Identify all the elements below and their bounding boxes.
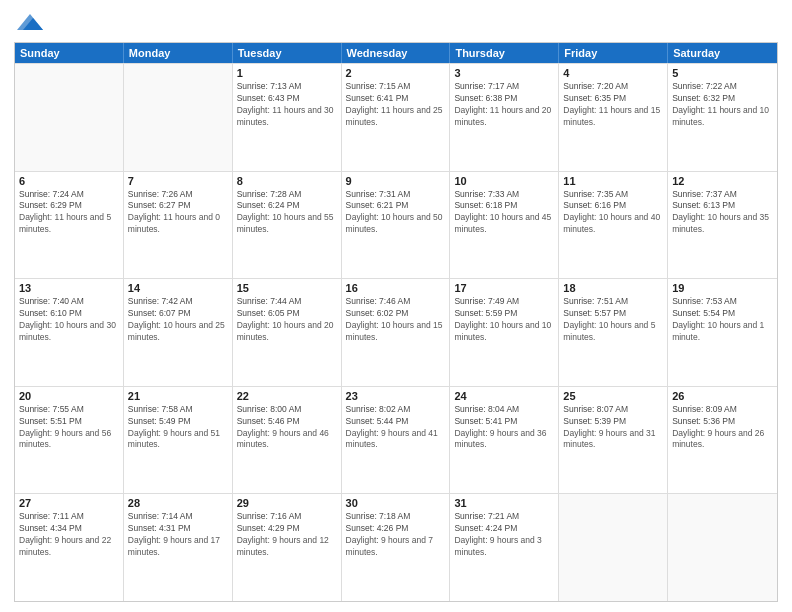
day-cell-4: 4Sunrise: 7:20 AMSunset: 6:35 PMDaylight… [559,64,668,171]
day-info: Sunrise: 7:28 AMSunset: 6:24 PMDaylight:… [237,189,337,237]
day-cell-27: 27Sunrise: 7:11 AMSunset: 4:34 PMDayligh… [15,494,124,601]
daylight-text: Daylight: 9 hours and 46 minutes. [237,428,329,450]
day-info: Sunrise: 7:24 AMSunset: 6:29 PMDaylight:… [19,189,119,237]
daylight-text: Daylight: 9 hours and 41 minutes. [346,428,438,450]
header [14,10,778,36]
weekday-header-saturday: Saturday [668,43,777,63]
sunrise-text: Sunrise: 8:07 AM [563,404,628,414]
day-cell-10: 10Sunrise: 7:33 AMSunset: 6:18 PMDayligh… [450,172,559,279]
day-number: 19 [672,282,773,294]
sunset-text: Sunset: 6:21 PM [346,200,409,210]
day-cell-7: 7Sunrise: 7:26 AMSunset: 6:27 PMDaylight… [124,172,233,279]
daylight-text: Daylight: 11 hours and 30 minutes. [237,105,334,127]
sunrise-text: Sunrise: 7:21 AM [454,511,519,521]
day-number: 30 [346,497,446,509]
logo-icon [17,12,43,32]
daylight-text: Daylight: 10 hours and 20 minutes. [237,320,334,342]
sunrise-text: Sunrise: 7:24 AM [19,189,84,199]
sunset-text: Sunset: 5:36 PM [672,416,735,426]
day-info: Sunrise: 7:13 AMSunset: 6:43 PMDaylight:… [237,81,337,129]
daylight-text: Daylight: 10 hours and 50 minutes. [346,212,443,234]
daylight-text: Daylight: 9 hours and 7 minutes. [346,535,433,557]
daylight-text: Daylight: 9 hours and 36 minutes. [454,428,546,450]
sunset-text: Sunset: 4:24 PM [454,523,517,533]
day-info: Sunrise: 8:04 AMSunset: 5:41 PMDaylight:… [454,404,554,452]
sunrise-text: Sunrise: 7:40 AM [19,296,84,306]
sunset-text: Sunset: 6:05 PM [237,308,300,318]
weekday-header-tuesday: Tuesday [233,43,342,63]
day-number: 28 [128,497,228,509]
day-cell-3: 3Sunrise: 7:17 AMSunset: 6:38 PMDaylight… [450,64,559,171]
sunset-text: Sunset: 5:59 PM [454,308,517,318]
day-info: Sunrise: 7:51 AMSunset: 5:57 PMDaylight:… [563,296,663,344]
day-info: Sunrise: 7:22 AMSunset: 6:32 PMDaylight:… [672,81,773,129]
day-info: Sunrise: 7:37 AMSunset: 6:13 PMDaylight:… [672,189,773,237]
sunset-text: Sunset: 4:31 PM [128,523,191,533]
day-info: Sunrise: 7:53 AMSunset: 5:54 PMDaylight:… [672,296,773,344]
daylight-text: Daylight: 9 hours and 26 minutes. [672,428,764,450]
daylight-text: Daylight: 10 hours and 45 minutes. [454,212,551,234]
page: SundayMondayTuesdayWednesdayThursdayFrid… [0,0,792,612]
sunrise-text: Sunrise: 8:02 AM [346,404,411,414]
day-number: 2 [346,67,446,79]
sunrise-text: Sunrise: 7:31 AM [346,189,411,199]
day-info: Sunrise: 7:42 AMSunset: 6:07 PMDaylight:… [128,296,228,344]
calendar-header: SundayMondayTuesdayWednesdayThursdayFrid… [15,43,777,63]
sunset-text: Sunset: 6:38 PM [454,93,517,103]
sunrise-text: Sunrise: 7:58 AM [128,404,193,414]
day-number: 27 [19,497,119,509]
sunrise-text: Sunrise: 7:53 AM [672,296,737,306]
day-info: Sunrise: 7:17 AMSunset: 6:38 PMDaylight:… [454,81,554,129]
sunrise-text: Sunrise: 7:20 AM [563,81,628,91]
day-number: 10 [454,175,554,187]
weekday-header-monday: Monday [124,43,233,63]
sunrise-text: Sunrise: 7:17 AM [454,81,519,91]
day-cell-2: 2Sunrise: 7:15 AMSunset: 6:41 PMDaylight… [342,64,451,171]
day-info: Sunrise: 7:21 AMSunset: 4:24 PMDaylight:… [454,511,554,559]
sunrise-text: Sunrise: 8:09 AM [672,404,737,414]
day-cell-17: 17Sunrise: 7:49 AMSunset: 5:59 PMDayligh… [450,279,559,386]
sunset-text: Sunset: 6:24 PM [237,200,300,210]
day-number: 12 [672,175,773,187]
daylight-text: Daylight: 10 hours and 15 minutes. [346,320,443,342]
daylight-text: Daylight: 9 hours and 3 minutes. [454,535,541,557]
day-number: 31 [454,497,554,509]
sunrise-text: Sunrise: 8:00 AM [237,404,302,414]
sunset-text: Sunset: 5:51 PM [19,416,82,426]
daylight-text: Daylight: 10 hours and 25 minutes. [128,320,225,342]
sunset-text: Sunset: 6:35 PM [563,93,626,103]
day-info: Sunrise: 7:35 AMSunset: 6:16 PMDaylight:… [563,189,663,237]
day-info: Sunrise: 7:11 AMSunset: 4:34 PMDaylight:… [19,511,119,559]
day-number: 20 [19,390,119,402]
day-cell-31: 31Sunrise: 7:21 AMSunset: 4:24 PMDayligh… [450,494,559,601]
daylight-text: Daylight: 11 hours and 5 minutes. [19,212,111,234]
day-number: 9 [346,175,446,187]
day-info: Sunrise: 8:09 AMSunset: 5:36 PMDaylight:… [672,404,773,452]
sunset-text: Sunset: 5:39 PM [563,416,626,426]
daylight-text: Daylight: 10 hours and 30 minutes. [19,320,116,342]
sunset-text: Sunset: 6:43 PM [237,93,300,103]
day-info: Sunrise: 8:00 AMSunset: 5:46 PMDaylight:… [237,404,337,452]
daylight-text: Daylight: 9 hours and 17 minutes. [128,535,220,557]
day-cell-12: 12Sunrise: 7:37 AMSunset: 6:13 PMDayligh… [668,172,777,279]
sunrise-text: Sunrise: 7:44 AM [237,296,302,306]
day-cell-24: 24Sunrise: 8:04 AMSunset: 5:41 PMDayligh… [450,387,559,494]
sunset-text: Sunset: 4:26 PM [346,523,409,533]
daylight-text: Daylight: 9 hours and 51 minutes. [128,428,220,450]
day-info: Sunrise: 7:49 AMSunset: 5:59 PMDaylight:… [454,296,554,344]
daylight-text: Daylight: 9 hours and 22 minutes. [19,535,111,557]
day-info: Sunrise: 7:44 AMSunset: 6:05 PMDaylight:… [237,296,337,344]
day-number: 1 [237,67,337,79]
day-info: Sunrise: 7:40 AMSunset: 6:10 PMDaylight:… [19,296,119,344]
day-cell-30: 30Sunrise: 7:18 AMSunset: 4:26 PMDayligh… [342,494,451,601]
day-cell-21: 21Sunrise: 7:58 AMSunset: 5:49 PMDayligh… [124,387,233,494]
day-cell-25: 25Sunrise: 8:07 AMSunset: 5:39 PMDayligh… [559,387,668,494]
sunset-text: Sunset: 6:32 PM [672,93,735,103]
day-info: Sunrise: 7:31 AMSunset: 6:21 PMDaylight:… [346,189,446,237]
day-cell-15: 15Sunrise: 7:44 AMSunset: 6:05 PMDayligh… [233,279,342,386]
sunset-text: Sunset: 6:10 PM [19,308,82,318]
weekday-header-sunday: Sunday [15,43,124,63]
sunrise-text: Sunrise: 7:22 AM [672,81,737,91]
sunrise-text: Sunrise: 7:55 AM [19,404,84,414]
sunrise-text: Sunrise: 7:11 AM [19,511,84,521]
